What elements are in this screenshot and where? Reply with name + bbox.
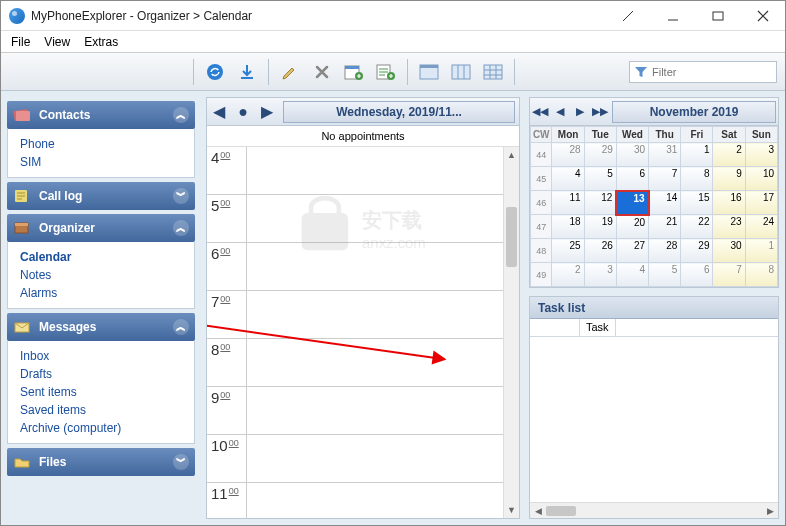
calendar-day[interactable]: 19 — [584, 215, 616, 239]
sync-button[interactable] — [202, 59, 228, 85]
calendar-day[interactable]: 28 — [649, 239, 681, 263]
close-button[interactable] — [740, 1, 785, 31]
task-col-checkbox[interactable] — [530, 319, 580, 336]
time-slot[interactable] — [247, 291, 503, 339]
calendar-day[interactable]: 3 — [745, 143, 777, 167]
calendar-day[interactable]: 5 — [584, 167, 616, 191]
calendar-day[interactable]: 28 — [552, 143, 584, 167]
time-slot[interactable] — [247, 147, 503, 195]
calendar-day[interactable]: 12 — [584, 191, 616, 215]
month-picker-button[interactable]: November 2019 — [612, 101, 776, 123]
time-slot[interactable] — [247, 387, 503, 435]
calendar-day[interactable]: 31 — [649, 143, 681, 167]
calendar-day[interactable]: 6 — [681, 263, 713, 287]
calendar-day[interactable]: 8 — [745, 263, 777, 287]
view-week-button[interactable] — [448, 59, 474, 85]
view-month-button[interactable] — [480, 59, 506, 85]
panel-calllog[interactable]: Call log ︾ — [7, 182, 195, 210]
calendar-day[interactable]: 4 — [616, 263, 648, 287]
maximize-button[interactable] — [695, 1, 740, 31]
calendar-day[interactable]: 1 — [745, 239, 777, 263]
calendar-day[interactable]: 13 — [616, 191, 648, 215]
calendar-day[interactable]: 23 — [713, 215, 745, 239]
calendar-day[interactable]: 2 — [552, 263, 584, 287]
minimize-button[interactable] — [650, 1, 695, 31]
calendar-day[interactable]: 30 — [713, 239, 745, 263]
calendar-day[interactable]: 27 — [616, 239, 648, 263]
horizontal-scrollbar[interactable]: ◀▶ — [530, 502, 778, 518]
sidebar-item-calendar[interactable]: Calendar — [20, 248, 182, 266]
calendar-day[interactable]: 14 — [649, 191, 681, 215]
calendar-day[interactable]: 11 — [552, 191, 584, 215]
calendar-day[interactable]: 10 — [745, 167, 777, 191]
calendar-day[interactable]: 29 — [681, 239, 713, 263]
calendar-day[interactable]: 21 — [649, 215, 681, 239]
task-list[interactable] — [530, 337, 778, 502]
menu-extras[interactable]: Extras — [84, 35, 118, 49]
filter-input[interactable] — [652, 66, 772, 78]
today-button[interactable]: ● — [231, 100, 255, 124]
time-slots[interactable]: 安下载anxz.com — [247, 147, 503, 518]
time-slot[interactable] — [247, 435, 503, 483]
calendar-day[interactable]: 9 — [713, 167, 745, 191]
calendar-day[interactable]: 26 — [584, 239, 616, 263]
sidebar-item-sent[interactable]: Sent items — [20, 383, 182, 401]
panel-organizer[interactable]: Organizer ︽ — [7, 214, 195, 242]
calendar-day[interactable]: 5 — [649, 263, 681, 287]
sidebar-item-phone[interactable]: Phone — [20, 135, 182, 153]
calendar-day[interactable]: 25 — [552, 239, 584, 263]
sidebar-item-alarms[interactable]: Alarms — [20, 284, 182, 302]
sidebar-item-saved[interactable]: Saved items — [20, 401, 182, 419]
calendar-day[interactable]: 22 — [681, 215, 713, 239]
calendar-day[interactable]: 3 — [584, 263, 616, 287]
sidebar-item-inbox[interactable]: Inbox — [20, 347, 182, 365]
sidebar-item-sim[interactable]: SIM — [20, 153, 182, 171]
prev-month-button[interactable]: ◀ — [550, 100, 570, 124]
calendar-day[interactable]: 18 — [552, 215, 584, 239]
menu-file[interactable]: File — [11, 35, 30, 49]
panel-messages[interactable]: Messages ︽ — [7, 313, 195, 341]
next-day-button[interactable]: ▶ — [255, 100, 279, 124]
calendar-day[interactable]: 20 — [616, 215, 648, 239]
time-slot[interactable] — [247, 339, 503, 387]
next-year-button[interactable]: ▶▶ — [590, 100, 610, 124]
edit-button[interactable] — [277, 59, 303, 85]
calendar-day[interactable]: 1 — [681, 143, 713, 167]
filter-box[interactable] — [629, 61, 777, 83]
calendar-day[interactable]: 8 — [681, 167, 713, 191]
sidebar-item-archive[interactable]: Archive (computer) — [20, 419, 182, 437]
panel-contacts[interactable]: Contacts ︽ — [7, 101, 195, 129]
time-slot[interactable] — [247, 243, 503, 291]
time-slot[interactable] — [247, 195, 503, 243]
calendar-day[interactable]: 2 — [713, 143, 745, 167]
calendar-day[interactable]: 30 — [616, 143, 648, 167]
calendar-day[interactable]: 7 — [649, 167, 681, 191]
sidebar-item-notes[interactable]: Notes — [20, 266, 182, 284]
prev-year-button[interactable]: ◀◀ — [530, 100, 550, 124]
prev-day-button[interactable]: ◀ — [207, 100, 231, 124]
calendar-day[interactable]: 24 — [745, 215, 777, 239]
mini-calendar[interactable]: CWMonTueWedThuFriSatSun44282930311234545… — [530, 126, 778, 287]
menu-view[interactable]: View — [44, 35, 70, 49]
new-event-button[interactable] — [341, 59, 367, 85]
download-button[interactable] — [234, 59, 260, 85]
view-day-button[interactable] — [416, 59, 442, 85]
delete-button[interactable] — [309, 59, 335, 85]
calendar-day[interactable]: 15 — [681, 191, 713, 215]
task-col-task[interactable]: Task — [580, 319, 616, 336]
splitter-vertical-2[interactable] — [522, 91, 527, 525]
scrollbar-thumb[interactable] — [506, 207, 517, 267]
calendar-day[interactable]: 4 — [552, 167, 584, 191]
panel-files[interactable]: Files ︾ — [7, 448, 195, 476]
calendar-day[interactable]: 6 — [616, 167, 648, 191]
time-slot[interactable] — [247, 483, 503, 518]
next-month-button[interactable]: ▶ — [570, 100, 590, 124]
date-picker-button[interactable]: Wednesday, 2019/11... — [283, 101, 515, 123]
resize-diag-icon[interactable] — [605, 1, 650, 31]
vertical-scrollbar[interactable]: ▲ ▼ — [503, 147, 519, 518]
sidebar-item-drafts[interactable]: Drafts — [20, 365, 182, 383]
calendar-day[interactable]: 17 — [745, 191, 777, 215]
calendar-day[interactable]: 7 — [713, 263, 745, 287]
new-task-button[interactable] — [373, 59, 399, 85]
calendar-day[interactable]: 16 — [713, 191, 745, 215]
